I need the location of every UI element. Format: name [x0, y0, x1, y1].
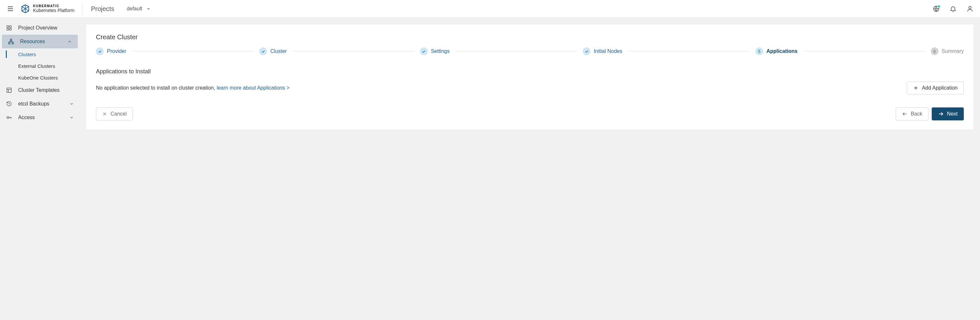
brand-text: KUBERMATIC Kubernetes Platform [33, 5, 75, 13]
svg-rect-9 [10, 39, 12, 41]
back-button[interactable]: Back [896, 107, 929, 120]
wizard-card: Create Cluster Provider Cluster [86, 24, 974, 130]
history-icon [6, 101, 12, 107]
svg-point-15 [7, 117, 9, 118]
sidebar-label: Project Overview [18, 25, 57, 31]
page-title: Create Cluster [96, 34, 964, 41]
brand-text-bottom: Kubernetes Platform [33, 8, 75, 13]
brand-logo[interactable]: KUBERMATIC Kubernetes Platform [21, 2, 83, 15]
step-label: Settings [431, 48, 450, 54]
learn-more-link[interactable]: learn more about Applications > [217, 85, 290, 91]
sidebar-item-etcd-backups[interactable]: etcd Backups [0, 97, 80, 111]
sidebar-item-cluster-templates[interactable]: Cluster Templates [0, 83, 80, 97]
project-selected-value: default [127, 6, 142, 12]
sidebar-item-overview[interactable]: Project Overview [0, 21, 80, 35]
step-cluster[interactable]: Cluster [259, 47, 287, 55]
bell-icon [950, 5, 957, 12]
header-right [933, 5, 974, 12]
header-left: KUBERMATIC Kubernetes Platform Projects … [6, 2, 151, 15]
footer-right: Back Next [896, 107, 964, 120]
arrow-right-icon [938, 111, 944, 117]
step-applications[interactable]: 5 Applications [756, 47, 797, 55]
sidebar-subgroup-resources: Clusters External Clusters KubeOne Clust… [0, 48, 80, 83]
button-label: Back [911, 111, 923, 117]
kubermatic-logo-icon [21, 4, 30, 13]
applications-row: No application selected to install on cl… [96, 82, 964, 94]
check-icon [420, 47, 428, 55]
user-icon [966, 5, 974, 12]
section-title: Applications to Install [96, 68, 964, 75]
info-text: No application selected to install on cl… [96, 85, 217, 91]
sidebar: Project Overview Resources Clusters Exte… [0, 18, 80, 136]
check-icon [583, 47, 590, 55]
close-icon [102, 111, 107, 117]
main-layout: Project Overview Resources Clusters Exte… [0, 18, 980, 136]
step-label: Initial Nodes [594, 48, 622, 54]
project-selector[interactable]: default [121, 6, 151, 12]
svg-rect-7 [7, 29, 8, 30]
sidebar-subitem-clusters[interactable]: Clusters [0, 48, 80, 60]
content-wrap: Create Cluster Provider Cluster [80, 18, 980, 136]
step-label: Provider [107, 48, 126, 54]
sidebar-item-resources[interactable]: Resources [2, 35, 78, 48]
step-label: Summary [942, 48, 964, 54]
svg-rect-11 [12, 43, 14, 44]
sitemap-icon [8, 38, 14, 45]
chevron-down-icon [146, 6, 151, 11]
sidebar-subitem-external-clusters[interactable]: External Clusters [0, 60, 80, 72]
chevron-down-icon [69, 115, 74, 120]
step-initial-nodes[interactable]: Initial Nodes [583, 47, 622, 55]
sidebar-label: Cluster Templates [18, 87, 60, 93]
chevron-up-icon [67, 39, 72, 44]
step-number-badge: 5 [756, 47, 763, 55]
check-icon [259, 47, 267, 55]
arrow-left-icon [902, 111, 908, 117]
button-label: Next [947, 111, 958, 117]
add-application-button[interactable]: Add Application [907, 82, 964, 94]
grid-icon [6, 25, 12, 31]
button-label: Add Application [922, 85, 958, 91]
notification-dot [937, 5, 940, 8]
sidebar-label: Resources [20, 38, 45, 45]
sidebar-label: Access [18, 115, 35, 120]
step-label: Cluster [270, 48, 287, 54]
step-provider[interactable]: Provider [96, 47, 126, 55]
svg-rect-10 [9, 43, 10, 44]
sidebar-label: Clusters [18, 51, 36, 57]
step-number-badge: 6 [931, 47, 939, 55]
sidebar-label: etcd Backups [18, 101, 49, 107]
chevron-down-icon [69, 102, 74, 106]
step-label: Applications [767, 48, 797, 54]
svg-rect-5 [7, 26, 8, 27]
sidebar-item-access[interactable]: Access [0, 111, 80, 124]
applications-info: No application selected to install on cl… [96, 85, 290, 91]
key-icon [6, 115, 12, 120]
template-icon [6, 87, 12, 93]
svg-rect-12 [7, 88, 11, 93]
svg-rect-8 [10, 29, 11, 30]
notifications-button[interactable] [950, 5, 957, 12]
step-settings[interactable]: Settings [420, 47, 450, 55]
plus-icon [913, 85, 919, 91]
wizard-footer: Cancel Back Next [96, 107, 964, 120]
sidebar-label: External Clusters [18, 63, 55, 69]
sidebar-subitem-kubeone-clusters[interactable]: KubeOne Clusters [0, 72, 80, 83]
next-button[interactable]: Next [932, 107, 964, 120]
svg-point-4 [969, 6, 971, 9]
menu-toggle-button[interactable] [6, 5, 14, 13]
step-summary[interactable]: 6 Summary [931, 47, 964, 55]
svg-rect-6 [10, 26, 11, 27]
user-menu-button[interactable] [966, 5, 974, 12]
changelog-button[interactable] [933, 5, 940, 12]
wizard-stepper: Provider Cluster Settings [96, 47, 964, 55]
menu-icon [6, 5, 14, 13]
breadcrumb-projects[interactable]: Projects [89, 5, 115, 13]
button-label: Cancel [110, 111, 127, 117]
check-icon [96, 47, 104, 55]
cancel-button[interactable]: Cancel [96, 107, 133, 120]
app-header: KUBERMATIC Kubernetes Platform Projects … [0, 0, 980, 18]
sidebar-label: KubeOne Clusters [18, 75, 58, 80]
